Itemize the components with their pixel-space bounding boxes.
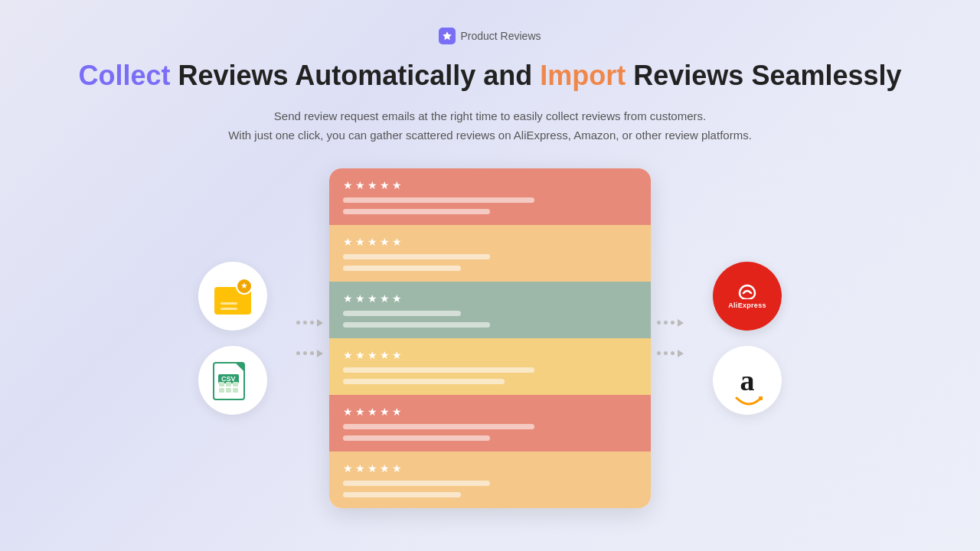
- main-title: Collect Reviews Automatically and Import…: [78, 58, 901, 94]
- star: ★: [355, 349, 365, 361]
- dot: [657, 351, 661, 355]
- arrow-head: [678, 350, 684, 357]
- arrow-head: [317, 350, 323, 357]
- stars-6: ★ ★ ★ ★ ★: [343, 462, 637, 474]
- stars-4: ★ ★ ★ ★ ★: [343, 349, 637, 361]
- star: ★: [355, 179, 365, 191]
- review-bar: [343, 481, 490, 486]
- review-bar: [343, 424, 534, 429]
- email-star-symbol: ★: [240, 281, 248, 291]
- amazon-icon: a: [713, 346, 782, 415]
- csv-cell: [219, 382, 224, 386]
- left-side: ★ CSV: [198, 262, 329, 415]
- star: ★: [392, 292, 402, 305]
- star: ★: [380, 179, 390, 191]
- star: ★: [343, 179, 353, 191]
- reviews-card: ★ ★ ★ ★ ★ ★ ★ ★ ★ ★ ★ ★ ★: [329, 168, 651, 508]
- star: ★: [368, 349, 377, 361]
- star: ★: [355, 236, 365, 248]
- right-arrow-1: [657, 319, 684, 327]
- review-bar: [343, 254, 490, 259]
- review-row-4: ★ ★ ★ ★ ★: [329, 338, 651, 395]
- aliexpress-icon: AliExpress: [713, 262, 782, 331]
- star: ★: [380, 349, 390, 361]
- email-icon-circle: ★: [198, 262, 267, 331]
- review-row-5: ★ ★ ★ ★ ★: [329, 395, 651, 452]
- subtitle-line2: With just one click, you can gather scat…: [228, 129, 752, 142]
- review-bar: [343, 209, 490, 214]
- left-arrow-1: [296, 319, 323, 327]
- left-icons: ★ CSV: [198, 262, 267, 415]
- badge-icon: [439, 28, 456, 44]
- aliexpress-label: AliExpress: [728, 302, 766, 309]
- star: ★: [380, 406, 390, 418]
- right-icons: AliExpress a: [713, 262, 782, 415]
- email-lines: [220, 302, 237, 310]
- amazon-logo-wrap: a: [735, 366, 760, 395]
- content-area: ★ CSV: [0, 168, 980, 508]
- title-part3: Import: [540, 60, 626, 91]
- arrow-head: [678, 319, 684, 327]
- amazon-a-letter: a: [740, 366, 755, 395]
- csv-grid: [219, 382, 238, 393]
- star: ★: [368, 462, 377, 474]
- arrow-head: [317, 319, 323, 327]
- star: ★: [343, 292, 353, 305]
- review-bar: [343, 197, 534, 203]
- subtitle: Send review request emails at the right …: [228, 106, 752, 145]
- star: ★: [380, 292, 390, 305]
- star: ★: [368, 179, 377, 191]
- review-bar: [343, 435, 490, 441]
- email-line-1: [220, 302, 237, 305]
- stars-3: ★ ★ ★ ★ ★: [343, 292, 637, 305]
- dot: [303, 321, 307, 324]
- csv-cell: [233, 388, 238, 393]
- review-row-1: ★ ★ ★ ★ ★: [329, 168, 651, 225]
- csv-icon-wrap: CSV: [213, 360, 253, 400]
- star: ★: [343, 236, 353, 248]
- badge-text: Product Reviews: [460, 30, 541, 42]
- dot: [296, 351, 300, 355]
- csv-cell: [226, 388, 231, 393]
- subtitle-line1: Send review request emails at the right …: [274, 109, 706, 122]
- review-row-2: ★ ★ ★ ★ ★: [329, 225, 651, 282]
- star: ★: [392, 349, 402, 361]
- review-bar: [343, 379, 505, 384]
- review-bar: [343, 492, 461, 497]
- star-icon: [442, 31, 452, 41]
- stars-5: ★ ★ ★ ★ ★: [343, 406, 637, 418]
- star: ★: [392, 179, 402, 191]
- title-part2: Reviews Automatically and: [170, 60, 540, 91]
- review-bar: [343, 266, 461, 271]
- csv-cell: [226, 382, 231, 386]
- title-part1: Collect: [78, 60, 170, 91]
- star: ★: [343, 349, 353, 361]
- right-arrows-group: [651, 319, 690, 357]
- left-arrows-group: [290, 319, 329, 357]
- star: ★: [368, 292, 377, 305]
- csv-cell: [219, 388, 224, 393]
- csv-cell: [233, 382, 238, 386]
- star: ★: [343, 462, 353, 474]
- email-star: ★: [236, 278, 253, 295]
- star: ★: [368, 406, 377, 418]
- left-arrow-2: [296, 350, 323, 357]
- email-icon-wrap: ★: [213, 278, 253, 315]
- aliexpress-logo-icon: [737, 282, 758, 299]
- star: ★: [380, 462, 390, 474]
- dot: [310, 321, 314, 324]
- dot: [657, 321, 661, 324]
- review-bar: [343, 367, 534, 373]
- star: ★: [343, 406, 353, 418]
- dot: [671, 351, 675, 355]
- csv-doc: CSV: [213, 362, 245, 400]
- right-arrow-2: [657, 350, 684, 357]
- star: ★: [392, 236, 402, 248]
- stars-1: ★ ★ ★ ★ ★: [343, 179, 637, 191]
- dot: [664, 321, 668, 324]
- star: ★: [380, 236, 390, 248]
- csv-icon-circle: CSV: [198, 346, 267, 415]
- right-side: AliExpress a: [651, 262, 782, 415]
- amazon-smile-icon: [735, 396, 763, 406]
- stars-2: ★ ★ ★ ★ ★: [343, 236, 637, 248]
